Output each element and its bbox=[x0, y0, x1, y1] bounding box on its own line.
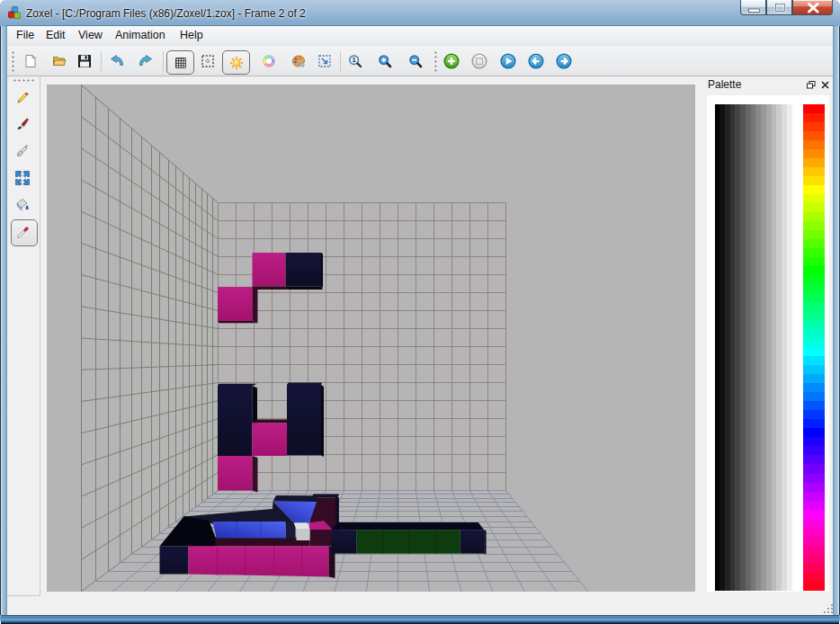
svg-text:1: 1 bbox=[353, 56, 356, 64]
